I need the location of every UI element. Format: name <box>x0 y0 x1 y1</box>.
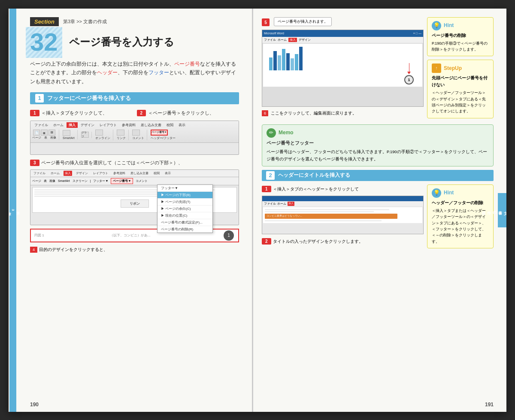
memo-box: ✏ Memo ページ番号とフッター ページ番号はヘッダー、フッターのどちらでも挿… <box>262 124 494 166</box>
mini-tab-file[interactable]: ファイル <box>32 171 47 176</box>
section2-step2-label: タイトルの入ったデザインをクリックします。 <box>273 239 363 244</box>
step3-label: ページ番号の挿入位置を選択して（ここでは＜ページの下部＞）、 <box>41 160 183 165</box>
step2-box: 2 <box>137 110 146 116</box>
section-main-title: ページ番号を入力する <box>69 35 174 48</box>
chapter-tab-right: 第3章文書の作成 <box>498 193 506 227</box>
section2-screenshot: ファイルホーム挿入 コンビニ業界はどうなってい... <box>262 196 424 234</box>
section-number: 32 <box>30 30 58 54</box>
memo-icon: ✏ <box>267 128 276 138</box>
chapter-tab-left: 第3章 <box>9 209 20 211</box>
page-number-circle: 1 <box>224 230 234 241</box>
right-page: 5 ページ番号が挿入されます。 Microsoft Word × □ — ファイ… <box>253 9 506 412</box>
hint2-box: 💡 Hint ヘッダー／フッターの削除 ＜挿入＞タブまたは＜ヘッダー／フッターツ… <box>427 184 494 248</box>
tab-refs[interactable]: 参考資料 <box>120 122 138 128</box>
memo-text: ページ番号はヘッダー、フッターのどちらでも挿入できます。P.190の手順②で＜フ… <box>267 148 489 162</box>
mini-tab-review[interactable]: 校閲 <box>152 171 161 176</box>
mini-tab-refs[interactable]: 参考資料 <box>112 171 127 176</box>
page-number-right: 191 <box>485 402 494 408</box>
hint1-subtitle: ページ番号の削除 <box>432 32 489 39</box>
step6-text: ここをクリックして、編集画面に戻ります。 <box>271 110 357 116</box>
hint1-title: Hint <box>444 21 454 30</box>
mini-tab-design[interactable]: デザイン <box>75 171 89 176</box>
page-number-left: 190 <box>30 402 39 408</box>
tab-insert[interactable]: 挿入 <box>67 122 78 128</box>
step5-callout: ページ番号が挿入されます。 <box>274 17 332 26</box>
step5-num: 5 <box>262 18 270 26</box>
hint1-text: P.190の手順③で＜ページ番号の削除＞をクリックします。 <box>432 40 489 53</box>
dropdown-menu: フッター▼ ▶ ページの下部(B) ▶ ページの先頭(T) ▶ ページの余白(C… <box>157 184 213 233</box>
hint2-container: 💡 Hint ヘッダー／フッターの削除 ＜挿入＞タブまたは＜ヘッダー／フッターツ… <box>427 184 494 252</box>
ui-screenshot-2: ファイル ホーム 挿入 デザイン レイアウト 参考資料 差し込み文書 校閲 表示… <box>30 169 239 225</box>
hint2-title: Hint <box>444 189 454 197</box>
memo-title: Memo <box>279 129 294 137</box>
hint2-text: ＜挿入＞タブまたは＜ヘッダー／フッターツール＞の＜デザイン＞タブにある＜ヘッダー… <box>432 208 489 245</box>
dropdown-item-bottom[interactable]: ▶ ページの下部(B) <box>158 192 212 199</box>
dropdown-item-current[interactable]: ▶ 現在の位置(C) <box>158 212 212 219</box>
hint2-icon: 💡 <box>432 188 441 198</box>
section-title-row: 32 ページ番号を入力する <box>30 30 239 54</box>
section2-step2-box: 2 <box>262 238 271 245</box>
dropdown-item-margin[interactable]: ▶ ページの余白(C) <box>158 205 212 212</box>
step6-num: 6 <box>262 110 268 116</box>
dropdown-item-top[interactable]: ▶ ページの先頭(T) <box>158 199 212 205</box>
step3-box: 3 <box>30 160 39 166</box>
sub-section1-header: 1 フッターにページ番号を挿入する <box>30 92 239 104</box>
sub-section2-num: 2 <box>266 171 275 180</box>
step4-label: 目的のデザインをクリックすると、 <box>39 247 108 252</box>
stepup-box: ↑ StepUp 先頭ページにページ番号を付けない ＜ヘッダー／フッターツール＞… <box>427 60 494 118</box>
dropdown-item-format[interactable]: ページ番号の書式設定(F)... <box>158 219 212 226</box>
section-header: Section 第3章 >> 文書の作成 <box>30 17 239 26</box>
dropdown-item-delete[interactable]: ページ番号の削除(R) <box>158 226 212 233</box>
mini-tab-view[interactable]: 表示 <box>164 171 172 176</box>
left-page: 第3章 Section 第3章 >> 文書の作成 32 ページ番号を入力する ペ… <box>9 9 253 412</box>
tab-mail[interactable]: 差し込み文書 <box>139 122 164 128</box>
stepup-subtitle: 先頭ページにページ番号を付けない <box>432 75 489 88</box>
section2-step1-box: 1 <box>262 186 271 192</box>
hint2-subtitle: ヘッダー／フッターの削除 <box>432 199 489 206</box>
step1-box: 1 <box>30 110 39 116</box>
stepup-title: StepUp <box>444 64 462 73</box>
step4-row: 4 目的のデザインをクリックすると、 <box>30 245 239 254</box>
step1-label: ＜挿入＞タブをクリックして、 <box>41 110 107 115</box>
step4-box: 4 <box>30 247 37 253</box>
dropdown-item-header[interactable]: フッター▼ <box>158 185 212 192</box>
step2-label: ＜ページ番号＞をクリックし、 <box>148 110 214 115</box>
hints-sidebar: 💡 Hint ページ番号の削除 P.190の手順③で＜ページ番号の削除＞をクリッ… <box>427 17 494 122</box>
mini-tab-home[interactable]: ホーム <box>49 171 61 176</box>
step3-row: 3 ページ番号の挿入位置を選択して（ここでは＜ページの下部＞）、 <box>30 158 239 168</box>
chapter-tab-right-text: 第3章文書の作成 <box>481 208 507 212</box>
tab-layout[interactable]: レイアウト <box>97 122 119 128</box>
tab-view[interactable]: 表示 <box>176 122 188 128</box>
memo-subtitle: ページ番号とフッター <box>267 139 489 147</box>
mini-tab-insert[interactable]: 挿入 <box>64 171 72 176</box>
step-row-1-2: 1 ＜挿入＞タブをクリックして、 2 ＜ページ番号＞をクリックし、 <box>30 109 239 118</box>
step6-row: 6 ここをクリックして、編集画面に戻ります。 <box>262 110 424 116</box>
body-text: ページの上下の余白部分には、本文とは別に日付やタイトル、ページ番号などを挿入する… <box>30 60 239 86</box>
mini-tab-mail[interactable]: 差し込み文書 <box>129 171 150 176</box>
section2-content: 1 ＜挿入＞タブの＜ヘッダー＞をクリックして ファイルホーム挿入 <box>262 184 494 252</box>
stepup-icon: ↑ <box>432 63 441 73</box>
mini-tab-layout[interactable]: レイアウト <box>92 171 109 176</box>
tab-review[interactable]: 校閲 <box>164 122 176 128</box>
tab-home[interactable]: ホーム <box>51 122 66 128</box>
sub-section2-header: 2 ヘッダーにタイトルを挿入する <box>262 170 494 181</box>
section-tag: Section <box>30 17 59 26</box>
hint1-box: 💡 Hint ページ番号の削除 P.190の手順③で＜ページ番号の削除＞をクリッ… <box>427 17 494 57</box>
ui-ribbon-1: ファイル ホーム 挿入 デザイン レイアウト 参考資料 差し込み文書 校閲 表示… <box>30 121 239 143</box>
ui-screenshot-1: ファイル ホーム 挿入 デザイン レイアウト 参考資料 差し込み文書 校閲 表示… <box>30 121 239 155</box>
chapter-info: 第3章 >> 文書の作成 <box>63 18 107 25</box>
step5-area: 5 ページ番号が挿入されます。 Microsoft Word × □ — ファイ… <box>262 17 494 122</box>
section2-step1-label: ＜挿入＞タブの＜ヘッダー＞をクリックして <box>273 187 359 191</box>
tab-file[interactable]: ファイル <box>32 122 50 128</box>
hint1-icon: 💡 <box>432 21 441 30</box>
stepup-text: ＜ヘッダー／フッターツール＞の＜デザイン＞タブにある＜先頭ページのみ別指定＞をク… <box>432 90 489 115</box>
sub-section1-num: 1 <box>35 94 44 103</box>
step5-screenshot: Microsoft Word × □ — ファイルホーム挿入 デザイン <box>262 30 424 107</box>
tab-design[interactable]: デザイン <box>79 122 97 128</box>
